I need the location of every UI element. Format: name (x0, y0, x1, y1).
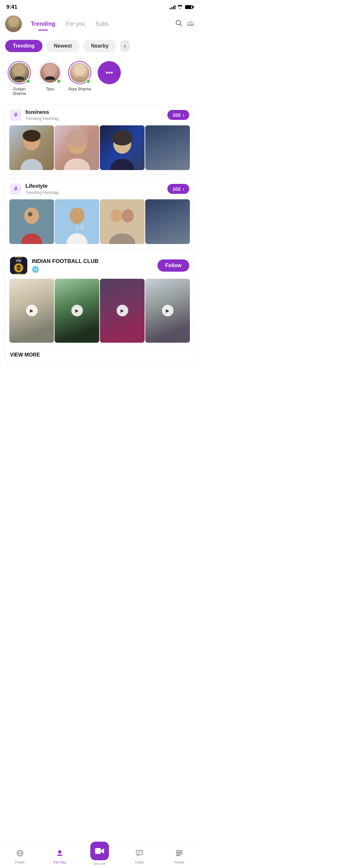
club-info: INDIAN FOOTBALL CLUB 🌐 (32, 258, 153, 273)
lifestyle-img-4[interactable] (145, 199, 190, 244)
hashtag-name-lifestyle: Lifestyle (25, 183, 163, 189)
club-video-2[interactable]: ▶ (55, 279, 99, 343)
svg-point-0 (10, 18, 17, 25)
hashtag-img-1[interactable] (9, 125, 54, 170)
status-bar: 9:41 (0, 0, 199, 13)
logo-emblem (14, 263, 23, 272)
play-button-1[interactable]: ▶ (26, 305, 38, 316)
club-video-4[interactable]: ▶ (145, 279, 190, 343)
status-time: 9:41 (6, 4, 18, 10)
filter-trending[interactable]: Trending (5, 40, 42, 52)
filter-row: Trending Newest Nearby › (0, 36, 199, 56)
follow-button[interactable]: Follow (157, 259, 189, 272)
lifestyle-img-2[interactable] (55, 199, 99, 244)
filter-more[interactable]: › (120, 40, 130, 52)
club-card: WINDY city RAMPAGE INDIAN FOOTBALL CLUB … (4, 252, 195, 363)
hash-icon-business: # (10, 109, 22, 121)
header: Trending For you Subs (0, 13, 199, 36)
hashtag-img-4[interactable] (145, 125, 190, 170)
hashtag-sub-lifestyle: Trending Hashtag (25, 190, 163, 195)
signal-icon (170, 5, 176, 9)
lifestyle-img-3[interactable] (100, 199, 145, 244)
svg-point-18 (28, 212, 32, 216)
view-more-row[interactable]: VIEW MORE (5, 347, 194, 362)
hashtag-info-lifestyle: Lifestyle Trending Hashtag (25, 183, 163, 195)
play-button-4[interactable]: ▶ (162, 305, 174, 316)
club-video-1[interactable]: ▶ (9, 279, 54, 343)
tab-trending[interactable]: Trending (26, 19, 60, 29)
tab-for-you[interactable]: For you (60, 19, 90, 29)
svg-point-20 (69, 207, 84, 224)
story-avatar-wrap-3 (68, 61, 91, 84)
filter-newest[interactable]: Newest (46, 40, 80, 52)
story-name-1: Gunjan Sharma (6, 87, 32, 96)
svg-point-15 (112, 130, 133, 145)
avatar-image (5, 16, 22, 32)
hashtag-images-lifestyle (5, 199, 194, 248)
logo-line3: RAMPAGE (14, 273, 23, 275)
hashtag-count-btn-lifestyle[interactable]: 102 › (167, 184, 189, 194)
nav-tabs: Trending For you Subs (26, 19, 171, 29)
svg-rect-3 (187, 25, 194, 26)
tab-subs[interactable]: Subs (90, 19, 114, 29)
club-header: WINDY city RAMPAGE INDIAN FOOTBALL CLUB … (5, 252, 194, 279)
story-name-2: Tanu (46, 87, 54, 91)
stories-row: Gunjan Sharma Tanu (0, 56, 199, 101)
story-avatar-wrap-1 (8, 61, 31, 84)
crown-icon[interactable] (187, 20, 194, 28)
svg-point-6 (77, 66, 83, 73)
filter-nearby[interactable]: Nearby (84, 40, 116, 52)
logo-line2: city (16, 259, 21, 262)
svg-point-9 (23, 130, 41, 142)
hashtag-img-3[interactable] (100, 125, 145, 170)
status-icons (170, 5, 193, 10)
story-item[interactable]: Tanu (38, 61, 62, 91)
story-item[interactable]: Aliya Sharma (68, 61, 91, 91)
lifestyle-img-1[interactable] (9, 199, 54, 244)
club-name: INDIAN FOOTBALL CLUB (32, 258, 153, 265)
svg-point-4 (17, 66, 22, 73)
story-avatar-wrap-2 (38, 61, 62, 84)
play-button-2[interactable]: ▶ (71, 305, 83, 316)
hashtag-card-lifestyle: # Lifestyle Trending Hashtag 102 › (4, 178, 195, 249)
club-logo: WINDY city RAMPAGE (10, 257, 27, 274)
hashtag-header-lifestyle: # Lifestyle Trending Hashtag 102 › (5, 179, 194, 199)
svg-point-12 (66, 130, 88, 147)
play-button-3[interactable]: ▶ (117, 305, 128, 316)
story-more[interactable]: ••• (98, 61, 121, 87)
story-more-btn[interactable]: ••• (98, 61, 121, 84)
hashtag-info-business: business Trending Hashtag (25, 109, 163, 121)
header-actions (176, 20, 194, 28)
svg-point-22 (111, 209, 123, 222)
story-name-3: Aliya Sharma (68, 87, 91, 91)
hashtag-header-business: # business Trending Hashtag 102 › (5, 104, 194, 125)
club-videos: ▶ ▶ ▶ ▶ (5, 279, 194, 347)
hash-icon-lifestyle: # (10, 183, 22, 195)
online-dot-1 (26, 79, 30, 84)
hashtag-img-2[interactable] (55, 125, 99, 170)
club-video-3[interactable]: ▶ (100, 279, 145, 343)
svg-point-5 (47, 66, 53, 73)
club-globe: 🌐 (32, 266, 153, 273)
battery-icon (185, 5, 193, 9)
svg-point-23 (122, 209, 134, 222)
hashtag-sub-business: Trending Hashtag (25, 116, 163, 121)
svg-line-2 (180, 24, 182, 26)
hashtag-images-business (5, 125, 194, 175)
logo-line1: WINDY (15, 256, 22, 259)
wifi-icon (177, 5, 183, 10)
user-avatar[interactable] (5, 16, 22, 32)
hashtag-count-btn-business[interactable]: 102 › (167, 110, 189, 120)
story-item[interactable]: Gunjan Sharma (6, 61, 32, 96)
online-dot-2 (57, 79, 61, 84)
online-dot-3 (86, 79, 91, 84)
hashtag-name-business: business (25, 109, 163, 116)
search-icon[interactable] (176, 20, 183, 28)
svg-point-24 (18, 267, 20, 269)
hashtag-card-business: # business Trending Hashtag 102 › (4, 104, 195, 175)
view-more-label: VIEW MORE (10, 352, 40, 358)
